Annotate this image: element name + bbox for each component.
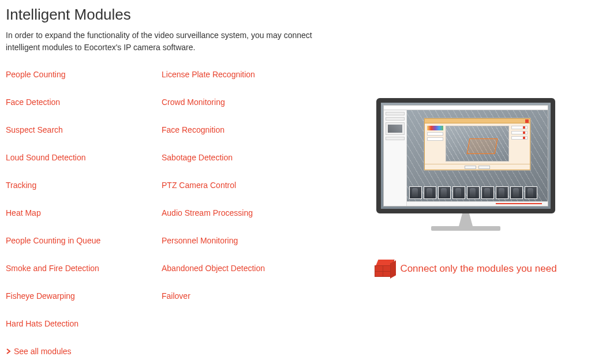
- monitor-bezel: [376, 98, 555, 213]
- module-link[interactable]: Abandoned Object Detection: [162, 264, 317, 273]
- module-link[interactable]: People Counting: [6, 70, 162, 79]
- module-link[interactable]: Audio Stream Processing: [162, 208, 317, 217]
- module-link[interactable]: PTZ Camera Control: [162, 181, 317, 190]
- dialog-window: [424, 118, 530, 170]
- module-link[interactable]: License Plate Recognition: [162, 70, 317, 79]
- tagline-text: Connect only the modules you need: [400, 263, 556, 275]
- thumbnail-strip: [409, 185, 545, 200]
- chevron-right-icon: [6, 348, 12, 354]
- module-link[interactable]: Heat Map: [6, 208, 162, 217]
- module-link[interactable]: Smoke and Fire Detection: [6, 264, 162, 273]
- module-link[interactable]: Face Recognition: [162, 125, 317, 134]
- monitor-stand: [454, 213, 477, 226]
- monitor-illustration: [376, 98, 555, 231]
- app-sidebar: [384, 110, 407, 206]
- module-link[interactable]: Failover: [162, 291, 317, 301]
- box-icon: [375, 260, 395, 278]
- module-link[interactable]: Personnel Monitoring: [162, 236, 317, 245]
- module-link[interactable]: Fisheye Dewarping: [6, 291, 162, 301]
- module-link[interactable]: People Counting in Queue: [6, 236, 162, 245]
- module-link[interactable]: Crowd Monitoring: [162, 97, 317, 107]
- module-link[interactable]: Suspect Search: [6, 125, 162, 134]
- module-link[interactable]: Sabotage Detection: [162, 153, 317, 162]
- empty-cell: [162, 319, 317, 328]
- tagline: Connect only the modules you need: [375, 260, 556, 278]
- app-window: [383, 105, 548, 207]
- app-canvas: [407, 110, 548, 206]
- monitor-base: [431, 226, 500, 231]
- module-link[interactable]: Tracking: [6, 181, 162, 190]
- page-title: Intelligent Modules: [6, 6, 329, 24]
- intro-text: In order to expand the functionality of …: [6, 29, 329, 54]
- module-link[interactable]: Hard Hats Detection: [6, 319, 162, 328]
- see-all-label: See all modules: [14, 347, 72, 356]
- app-titlebar: [384, 106, 548, 110]
- close-icon: [525, 119, 529, 123]
- see-all-link[interactable]: See all modules: [6, 347, 329, 356]
- modules-grid: People Counting License Plate Recognitio…: [6, 70, 329, 328]
- module-link[interactable]: Loud Sound Detection: [6, 153, 162, 162]
- module-link[interactable]: Face Detection: [6, 97, 162, 107]
